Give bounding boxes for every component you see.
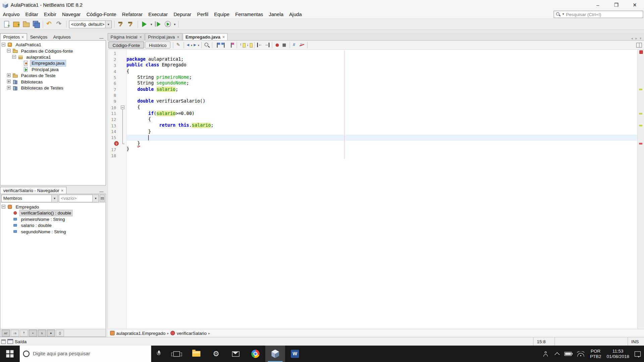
run-project-dropdown-icon[interactable]: ▼ [150,23,153,26]
close-icon[interactable]: × [140,35,142,39]
tree-row-verificarsalario-double[interactable]: verificarSalario() : double [0,210,105,216]
menu-ajuda[interactable]: Ajuda [286,10,305,18]
panel-tab-projetos[interactable]: Projetos× [0,33,27,40]
tree-row-bibliotecas-de-testes[interactable]: Bibliotecas de Testes [0,84,105,90]
menu-ferramentas[interactable]: Ferramentas [232,10,266,18]
collapse-handle-icon[interactable] [2,43,5,46]
scroll-tabs-right-icon[interactable]: ▸ [635,36,637,40]
shift-line-left-icon[interactable] [257,42,264,48]
menu-equipe[interactable]: Equipe [211,10,232,18]
view-historico-button[interactable]: Histórico [145,42,171,49]
tree-row-empregado[interactable]: Empregado [0,203,105,209]
tree-row-pacotes-de-codigos-fonte[interactable]: Pacotes de Códigos-fonte [0,48,105,54]
microphone-button[interactable] [151,346,167,362]
network-icon[interactable] [577,351,585,357]
close-icon[interactable]: × [61,188,63,192]
menu-arquivo[interactable]: Arquivo [0,10,22,18]
redo-button[interactable] [55,20,64,29]
undo-button[interactable] [45,20,54,29]
fully-qualified-names-icon[interactable]: {} [56,329,64,337]
menu-refatorar[interactable]: Refatorar [119,10,145,18]
breadcrumb-item[interactable]: aulapratica1.Empregado [116,330,166,336]
next-occurrence-icon[interactable] [246,42,253,48]
editor-tab-empregado-java[interactable]: Empregado.java× [182,33,227,40]
mail-taskbar-button[interactable] [226,346,246,362]
tree-row-pacotes-de-teste[interactable]: Pacotes de Teste [0,72,105,78]
view-codigo-fonte-button[interactable]: Código-Fonte [108,42,144,49]
show-inherited-members-icon[interactable]: ⇡ [20,329,28,337]
chrome-taskbar-button[interactable] [246,346,265,362]
stop-macro-recording-icon[interactable] [281,42,288,48]
minimize-button[interactable]: – [589,0,607,10]
file-explorer-taskbar-button[interactable] [186,346,206,362]
panel-tab-arquivos[interactable]: Arquivos [50,34,74,40]
menu-navegar[interactable]: Navegar [59,10,84,18]
profile-project-button[interactable] [163,20,172,29]
word-taskbar-button[interactable]: W [285,346,305,362]
previous-bookmark-icon[interactable] [214,42,221,48]
language-indicator[interactable]: POR PTB2 [590,348,601,359]
stripe-mark-line-16[interactable] [639,143,642,144]
tree-row-aulapratica1[interactable]: aulapratica1 [0,54,105,60]
menu-executar[interactable]: Executar [146,10,171,18]
editor-tab-pagina-inicial[interactable]: Página Inicial× [108,33,145,40]
menu-depurar[interactable]: Depurar [171,10,194,18]
back-icon[interactable] [186,42,193,48]
action-center-icon[interactable] [635,351,641,357]
breadcrumb-item[interactable]: verificarSalario [177,330,207,336]
show-non-public-members-icon[interactable]: ● [47,329,55,337]
task-view-taskbar-button[interactable] [167,346,186,362]
close-icon[interactable]: × [222,35,225,39]
close-button[interactable]: ✕ [626,0,644,10]
filter-combo[interactable]: <vazio> ▼ [59,194,99,202]
close-icon[interactable]: × [21,35,24,39]
editor-tab-principal-java[interactable]: Principal.java× [145,33,182,40]
config-select[interactable]: <config. default>▼ [69,20,112,28]
tree-row-bibliotecas[interactable]: Bibliotecas [0,78,105,84]
stripe-mark-line-7[interactable] [639,88,642,90]
sort-by-source-icon[interactable]: ↓s [11,329,19,337]
tree-row-primeironome-string[interactable]: primeiroNome : String [0,216,105,222]
show-hidden-icons-icon[interactable] [555,352,560,357]
last-edit-position-icon[interactable] [175,42,182,48]
start-button[interactable] [0,346,20,362]
error-stripe[interactable] [637,50,644,329]
tree-row-segundonome-string[interactable]: segundoNome : String [0,228,105,234]
uncomment-icon[interactable] [299,42,306,48]
clock[interactable]: 11:53 01/08/2018 [606,348,629,359]
comment-icon[interactable] [292,42,299,48]
maximize-button[interactable]: ❐ [607,0,626,10]
tree-row-empregado-java[interactable]: Empregado.java [0,60,105,66]
collapse-handle-icon[interactable] [12,55,16,59]
minimize-panel-icon[interactable]: — [99,189,103,193]
collapse-handle-icon[interactable] [2,205,5,208]
new-file-button[interactable] [2,20,11,29]
expand-handle-icon[interactable] [7,73,11,77]
open-project-button[interactable] [22,20,31,29]
show-fields-icon[interactable]: ▪ [29,329,37,337]
tab-list-dropdown-icon[interactable]: ▾ [640,36,642,40]
menu-exibir[interactable]: Exibir [41,10,59,18]
expand-handle-icon[interactable] [7,86,11,89]
sort-alphabetically-icon[interactable]: az [2,329,10,337]
menu-codigo-fonte[interactable]: Código-Fonte [84,10,119,18]
build-project-button[interactable] [117,20,126,29]
tree-row-principal-java[interactable]: Principal.java [0,66,105,72]
taskbar-search-box[interactable]: Digite aqui para pesquisar [20,346,151,362]
next-bookmark-icon[interactable] [221,42,228,48]
members-combo[interactable]: Membros ▼ [1,194,58,202]
fold-collapse-icon[interactable] [121,106,124,109]
settings-taskbar-button[interactable]: ⚙ [206,346,226,362]
error-badge-icon[interactable] [114,141,118,146]
previous-occurrence-icon[interactable] [239,42,246,48]
collapse-handle-icon[interactable] [7,49,11,53]
error-status-icon[interactable] [640,51,643,54]
menu-janela[interactable]: Janela [266,10,286,18]
people-icon[interactable] [544,351,550,357]
show-static-members-icon[interactable]: s [38,329,46,337]
clean-and-build-project-button[interactable] [126,20,136,29]
tree-row-salario-double[interactable]: salario : double [0,222,105,228]
scroll-tabs-left-icon[interactable]: ◂ [631,36,633,40]
menu-perfil[interactable]: Perfil [194,10,211,18]
battery-icon[interactable] [565,352,572,356]
